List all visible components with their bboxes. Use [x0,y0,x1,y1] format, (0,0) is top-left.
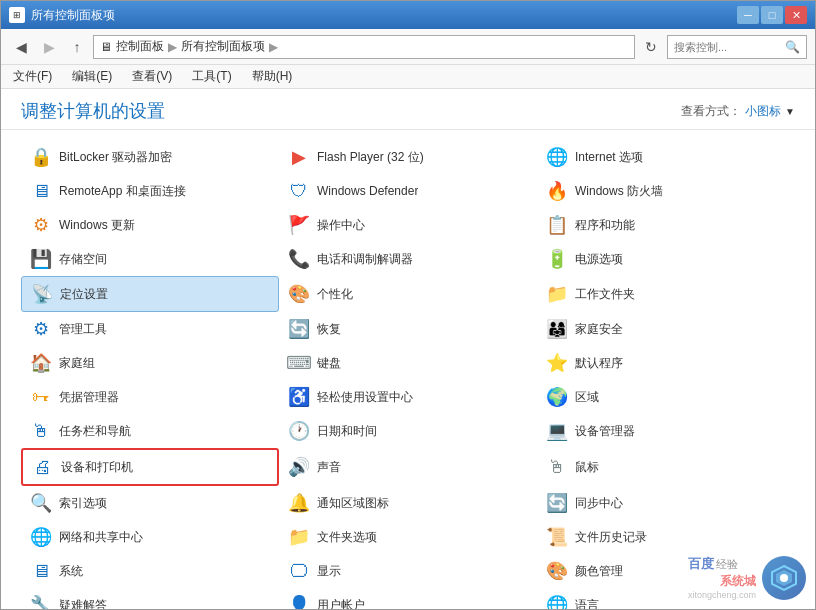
language-icon: 🌐 [545,593,569,609]
view-options: 查看方式： 小图标 ▼ [681,103,795,120]
item-phone-modem[interactable]: 📞 电话和调制解调器 [279,242,537,276]
location-icon: 📡 [30,282,54,306]
item-ease-access[interactable]: ♿ 轻松使用设置中心 [279,380,537,414]
item-work-folders[interactable]: 📁 工作文件夹 [537,276,795,312]
menu-tools[interactable]: 工具(T) [188,66,235,87]
watermark-label: 经验 [716,557,738,572]
item-label: 定位设置 [60,286,108,303]
item-network[interactable]: 🌐 网络和共享中心 [21,520,279,554]
item-label: Windows Defender [317,184,418,198]
item-homegroup[interactable]: 🏠 家庭组 [21,346,279,380]
item-user-accounts[interactable]: 👤 用户帐户 [279,588,537,609]
item-folder-options[interactable]: 📁 文件夹选项 [279,520,537,554]
item-flash[interactable]: ▶ Flash Player (32 位) [279,140,537,174]
item-location[interactable]: 📡 定位设置 [21,276,279,312]
item-admin-tools[interactable]: ⚙ 管理工具 [21,312,279,346]
network-icon: 🌐 [29,525,53,549]
item-programs[interactable]: 📋 程序和功能 [537,208,795,242]
internet-options-icon: 🌐 [545,145,569,169]
item-label: 颜色管理 [575,563,623,580]
maximize-button[interactable]: □ [761,6,783,24]
item-index[interactable]: 🔍 索引选项 [21,486,279,520]
logo-svg [770,564,798,592]
item-bitlocker[interactable]: 🔒 BitLocker 驱动器加密 [21,140,279,174]
title-bar-left: ⊞ 所有控制面板项 [9,7,115,24]
remoteapp-icon: 🖥 [29,179,53,203]
item-taskbar[interactable]: 🖱 任务栏和导航 [21,414,279,448]
item-label: 通知区域图标 [317,495,389,512]
bai-text: 百度 [688,555,714,573]
toolbar: ◀ ▶ ↑ 🖥 控制面板 ▶ 所有控制面板项 ▶ ↻ 🔍 [1,29,815,65]
site-url: xitongcheng.com [688,590,756,600]
item-label: 设备管理器 [575,423,635,440]
item-internet-options[interactable]: 🌐 Internet 选项 [537,140,795,174]
homegroup-icon: 🏠 [29,351,53,375]
item-power[interactable]: 🔋 电源选项 [537,242,795,276]
item-recovery[interactable]: 🔄 恢复 [279,312,537,346]
back-button[interactable]: ◀ [9,35,33,59]
item-label: 默认程序 [575,355,623,372]
item-system[interactable]: 🖥 系统 [21,554,279,588]
window-icon: ⊞ [9,7,25,23]
item-credentials[interactable]: 🗝 凭据管理器 [21,380,279,414]
mouse-icon: 🖱 [545,455,569,479]
minimize-button[interactable]: ─ [737,6,759,24]
baidu-watermark: 百度 经验 [688,555,756,573]
item-notification[interactable]: 🔔 通知区域图标 [279,486,537,520]
svg-point-2 [780,574,788,582]
close-button[interactable]: ✕ [785,6,807,24]
device-manager-icon: 💻 [545,419,569,443]
item-keyboard[interactable]: ⌨ 键盘 [279,346,537,380]
item-devices-printers[interactable]: 🖨 设备和打印机 [21,448,279,486]
menu-help[interactable]: 帮助(H) [248,66,297,87]
item-label: 日期和时间 [317,423,377,440]
item-firewall[interactable]: 🔥 Windows 防火墙 [537,174,795,208]
item-label: 电话和调制解调器 [317,251,413,268]
item-display[interactable]: 🖵 显示 [279,554,537,588]
address-bar[interactable]: 🖥 控制面板 ▶ 所有控制面板项 ▶ [93,35,635,59]
item-mouse[interactable]: 🖱 鼠标 [537,448,795,486]
item-default-programs[interactable]: ⭐ 默认程序 [537,346,795,380]
forward-button[interactable]: ▶ [37,35,61,59]
refresh-button[interactable]: ↻ [639,35,663,59]
item-action-center[interactable]: 🚩 操作中心 [279,208,537,242]
item-device-manager[interactable]: 💻 设备管理器 [537,414,795,448]
item-datetime[interactable]: 🕐 日期和时间 [279,414,537,448]
menu-view[interactable]: 查看(V) [128,66,176,87]
item-label: 操作中心 [317,217,365,234]
troubleshoot-icon: 🔧 [29,593,53,609]
item-windows-update[interactable]: ⚙ Windows 更新 [21,208,279,242]
bitlocker-icon: 🔒 [29,145,53,169]
item-sync[interactable]: 🔄 同步中心 [537,486,795,520]
item-label: 系统 [59,563,83,580]
defender-icon: 🛡 [287,179,311,203]
item-personalization[interactable]: 🎨 个性化 [279,276,537,312]
index-icon: 🔍 [29,491,53,515]
item-label: 管理工具 [59,321,107,338]
programs-icon: 📋 [545,213,569,237]
power-icon: 🔋 [545,247,569,271]
menu-file[interactable]: 文件(F) [9,66,56,87]
item-troubleshoot[interactable]: 🔧 疑难解答 [21,588,279,609]
view-option[interactable]: 小图标 [745,103,781,120]
item-family-safety[interactable]: 👨‍👩‍👧 家庭安全 [537,312,795,346]
item-storage[interactable]: 💾 存储空间 [21,242,279,276]
item-region[interactable]: 🌍 区域 [537,380,795,414]
item-file-history[interactable]: 📜 文件历史记录 [537,520,795,554]
menu-edit[interactable]: 编辑(E) [68,66,116,87]
admin-icon: ⚙ [29,317,53,341]
view-label: 查看方式： [681,103,741,120]
search-icon[interactable]: 🔍 [785,40,800,54]
breadcrumb-part1: 控制面板 [116,38,164,55]
item-defender[interactable]: 🛡 Windows Defender [279,174,537,208]
watermark-logo [762,556,806,600]
item-remoteapp[interactable]: 🖥 RemoteApp 和桌面连接 [21,174,279,208]
search-input[interactable] [674,41,781,53]
item-label: 用户帐户 [317,597,365,610]
view-arrow-icon[interactable]: ▼ [785,106,795,117]
item-label: 个性化 [317,286,353,303]
firewall-icon: 🔥 [545,179,569,203]
up-button[interactable]: ↑ [65,35,89,59]
item-label: 索引选项 [59,495,107,512]
item-sound[interactable]: 🔊 声音 [279,448,537,486]
